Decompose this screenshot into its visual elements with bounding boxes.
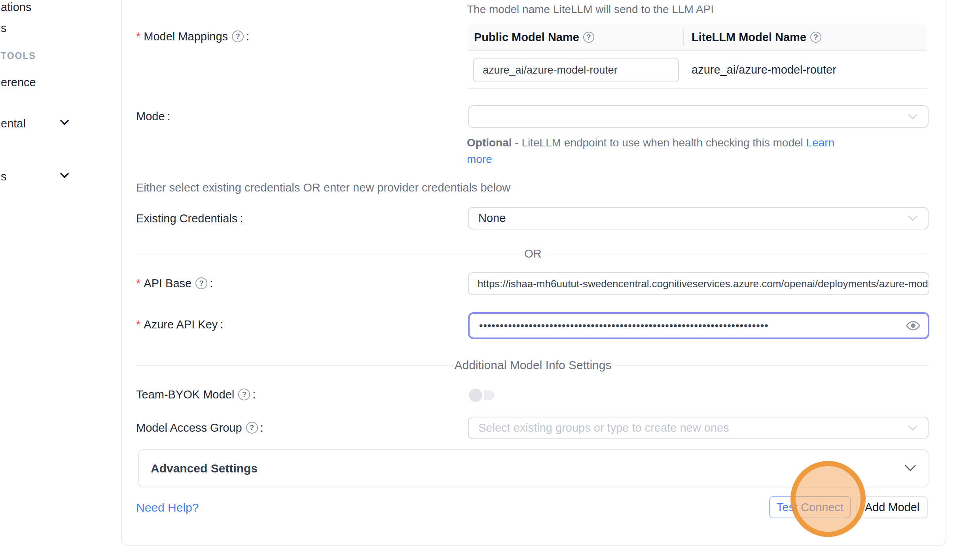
- azure-api-key-input[interactable]: ••••••••••••••••••••••••••••••••••••••••…: [468, 312, 929, 339]
- public-model-name-input[interactable]: azure_ai/azure-model-router: [473, 58, 679, 82]
- mode-select[interactable]: [468, 105, 929, 128]
- required-asterisk: *: [136, 318, 140, 331]
- divider-line: [136, 365, 454, 366]
- divider-line: [612, 365, 929, 366]
- chevron-down-icon[interactable]: [60, 120, 69, 125]
- sidebar-section-tools: TOOLS: [1, 51, 36, 61]
- existing-credentials-select[interactable]: None: [468, 207, 929, 229]
- mode-help-text: Optional - LiteLLM endpoint to use when …: [467, 135, 834, 168]
- question-circle-icon[interactable]: ?: [232, 30, 244, 42]
- existing-credentials-label: Existing Credentials:: [136, 212, 243, 225]
- mode-label: Mode:: [136, 110, 171, 123]
- sidebar-item-ations[interactable]: ations: [1, 1, 31, 14]
- chevron-down-icon: [908, 425, 917, 431]
- sidebar-item-erence[interactable]: erence: [1, 76, 36, 89]
- required-asterisk: *: [136, 30, 140, 43]
- model-access-group-label: Model Access Group ? :: [136, 421, 263, 434]
- learn-more-link[interactable]: Learn: [806, 137, 835, 149]
- public-model-name-header: Public Model Name ?: [468, 31, 683, 44]
- model-name-helper-text: The model name LiteLLM will send to the …: [467, 3, 714, 16]
- info-divider-text: Additional Model Info Settings: [455, 358, 612, 372]
- add-model-button[interactable]: Add Model: [857, 496, 928, 518]
- question-circle-icon[interactable]: ?: [238, 389, 250, 400]
- api-base-input[interactable]: https://ishaa-mh6uutut-swedencentral.cog…: [468, 272, 929, 295]
- advanced-settings-title: Advanced Settings: [151, 462, 258, 475]
- toggle-knob: [469, 389, 482, 402]
- question-circle-icon[interactable]: ?: [810, 32, 821, 43]
- need-help-link[interactable]: Need Help?: [136, 501, 199, 514]
- required-asterisk: *: [136, 277, 140, 290]
- eye-icon[interactable]: [906, 318, 921, 333]
- or-divider-text: OR: [524, 247, 542, 260]
- question-circle-icon[interactable]: ?: [583, 32, 594, 43]
- model-mappings-label: * Model Mappings ? :: [136, 30, 249, 43]
- chevron-down-icon: [908, 114, 917, 119]
- divider-line: [547, 254, 929, 254]
- question-circle-icon[interactable]: ?: [246, 422, 258, 434]
- team-byok-toggle[interactable]: [468, 388, 496, 403]
- divider-line: [136, 254, 519, 254]
- model-access-group-select[interactable]: Select existing groups or type to create…: [468, 417, 929, 439]
- chevron-down-icon: [908, 215, 917, 221]
- sidebar-item-s1[interactable]: s: [1, 22, 7, 35]
- chevron-down-icon[interactable]: [905, 465, 916, 472]
- sidebar-item-s2[interactable]: s: [1, 170, 7, 183]
- api-base-label: * API Base ? :: [136, 277, 213, 290]
- question-circle-icon[interactable]: ?: [195, 277, 207, 289]
- model-mappings-table-header: Public Model Name ? LiteLLM Model Name ?: [468, 25, 927, 51]
- sidebar-item-ental[interactable]: ental: [1, 117, 26, 130]
- litellm-model-name-value: azure_ai/azure-model-router: [692, 63, 836, 76]
- advanced-settings-panel[interactable]: Advanced Settings: [138, 449, 929, 487]
- select-placeholder: Select existing groups or type to create…: [469, 421, 739, 434]
- team-byok-label: Team-BYOK Model ? :: [136, 388, 256, 401]
- test-connect-button[interactable]: Test Connect: [769, 496, 851, 518]
- litellm-model-name-header: LiteLLM Model Name ?: [683, 29, 821, 46]
- azure-api-key-label: * Azure API Key :: [136, 318, 223, 331]
- table-row-divider: [468, 88, 927, 89]
- learn-more-link[interactable]: more: [467, 153, 492, 165]
- chevron-down-icon[interactable]: [60, 173, 69, 178]
- sidebar: ations s TOOLS erence ental s: [0, 0, 121, 548]
- credentials-note: Either select existing credentials OR en…: [136, 181, 510, 194]
